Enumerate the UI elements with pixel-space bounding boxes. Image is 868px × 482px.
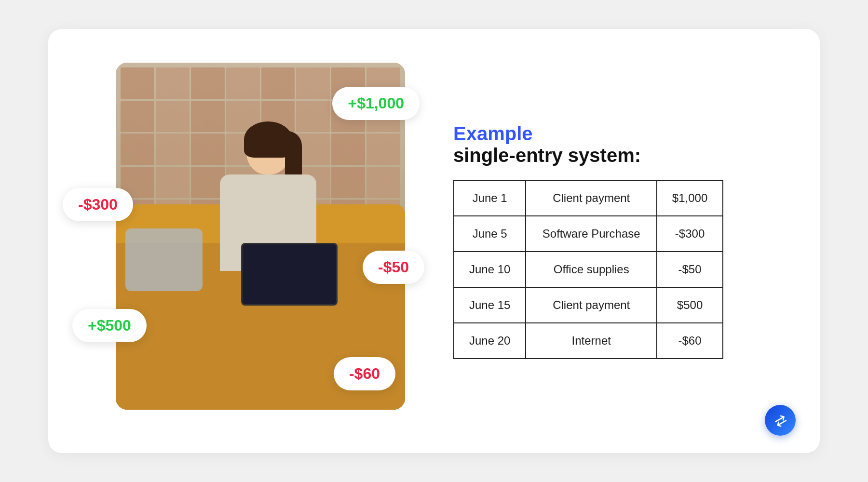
table-row: June 10Office supplies-$50 — [454, 252, 723, 287]
cell-date: June 20 — [454, 323, 526, 359]
logo-icon: ⇄ — [771, 410, 789, 431]
badge-minus-60: -$60 — [334, 357, 395, 390]
laptop — [241, 243, 338, 306]
table-row: June 15Client payment$500 — [454, 287, 723, 323]
main-card: +$1,000 -$300 -$50 +$500 -$60 Example si… — [48, 29, 820, 453]
cell-amount: $1,000 — [657, 180, 723, 216]
cell-description: Software Purchase — [526, 216, 657, 252]
badge-minus-300: -$300 — [63, 188, 133, 221]
table-row: June 1Client payment$1,000 — [454, 180, 723, 216]
cell-date: June 10 — [454, 252, 526, 287]
cell-amount: $500 — [657, 287, 723, 323]
heading-example: Example — [453, 123, 533, 144]
section-heading: Example single-entry system: — [453, 123, 781, 166]
cell-description: Client payment — [526, 180, 657, 216]
badge-plus-1000: +$1,000 — [332, 87, 420, 120]
ledger-table: June 1Client payment$1,000June 5Software… — [453, 180, 723, 359]
heading-subtitle: single-entry system: — [453, 145, 641, 166]
person-head — [246, 126, 290, 174]
cell-date: June 15 — [454, 287, 526, 323]
laptop-screen — [241, 243, 338, 306]
table-row: June 20Internet-$60 — [454, 323, 723, 359]
badge-plus-500: +$500 — [72, 309, 147, 342]
cell-amount: -$60 — [657, 323, 723, 359]
badge-minus-50: -$50 — [363, 251, 424, 284]
cell-description: Internet — [526, 323, 657, 359]
table-row: June 5Software Purchase-$300 — [454, 216, 723, 252]
cell-description: Office supplies — [526, 252, 657, 287]
left-section: +$1,000 -$300 -$50 +$500 -$60 — [87, 63, 405, 419]
cell-description: Client payment — [526, 287, 657, 323]
cell-date: June 5 — [454, 216, 526, 252]
logo-badge: ⇄ — [765, 405, 796, 436]
cell-date: June 1 — [454, 180, 526, 216]
cell-amount: -$50 — [657, 252, 723, 287]
right-section: Example single-entry system: June 1Clien… — [405, 123, 781, 359]
cell-amount: -$300 — [657, 216, 723, 252]
cushion — [125, 228, 203, 291]
